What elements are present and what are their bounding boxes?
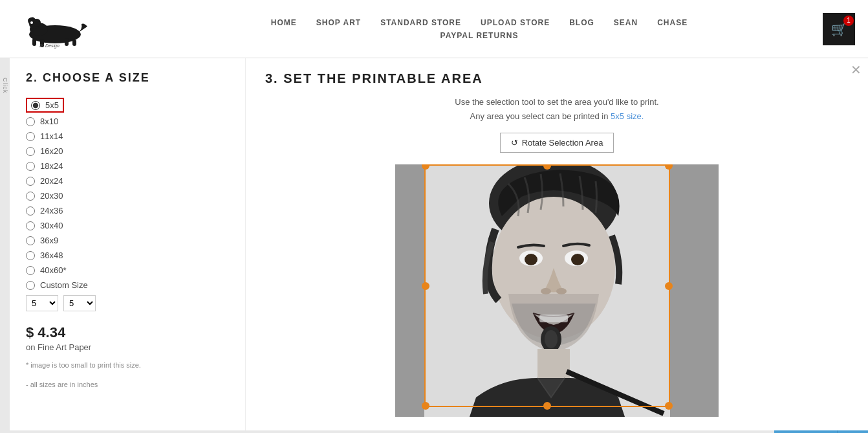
cart-badge: 1 bbox=[843, 16, 854, 26]
size-radio-16x20[interactable] bbox=[26, 147, 35, 156]
size-radio-20x30[interactable] bbox=[26, 192, 35, 201]
cart-button[interactable]: 🛒 1 bbox=[823, 13, 855, 45]
nav-home[interactable]: HOME bbox=[271, 18, 297, 27]
rotate-icon: ↺ bbox=[511, 138, 518, 148]
size-radio-8x10[interactable] bbox=[26, 117, 35, 126]
rotate-selection-button[interactable]: ↺ Rotate Selection Area bbox=[500, 133, 614, 153]
nav-blog[interactable]: BLOG bbox=[569, 18, 594, 27]
nav-row-1: HOME SHOP ART STANDARD STORE UPLOAD STOR… bbox=[271, 18, 688, 27]
price-section: $ 4.34 on Fine Art Paper * image is too … bbox=[26, 324, 232, 390]
logo[interactable]: JK Design bbox=[13, 10, 97, 49]
right-panel: 3. SET THE PRINTABLE AREA Use the select… bbox=[246, 58, 868, 430]
instruction-line1: Use the selection tool to set the area y… bbox=[455, 97, 658, 107]
size-label-20x30: 20x30 bbox=[40, 191, 63, 201]
printable-area-title: 3. SET THE PRINTABLE AREA bbox=[265, 71, 483, 86]
size-label-20x24: 20x24 bbox=[40, 176, 63, 186]
size-option-18x24[interactable]: 18x24 bbox=[26, 160, 232, 172]
size-radio-36x9[interactable] bbox=[26, 236, 35, 245]
main-nav: HOME SHOP ART STANDARD STORE UPLOAD STOR… bbox=[97, 18, 823, 40]
size-label-24x36: 24x36 bbox=[40, 206, 63, 216]
main-content: ✕ Click 2. CHOOSE A SIZE 5x5 8x10 11x14 … bbox=[0, 58, 868, 430]
size-radio-custom[interactable] bbox=[26, 281, 35, 290]
save-button[interactable]: Save bbox=[774, 430, 837, 433]
size-radio-5x5[interactable] bbox=[31, 101, 40, 110]
instruction-size: 5x5 size. bbox=[611, 111, 644, 121]
size-label-18x24: 18x24 bbox=[40, 161, 63, 171]
size-options: 5x5 8x10 11x14 16x20 18x24 20x24 bbox=[26, 98, 232, 291]
price-sub: on Fine Art Paper bbox=[26, 342, 232, 352]
size-option-30x40[interactable]: 30x40 bbox=[26, 219, 232, 232]
svg-rect-26 bbox=[424, 164, 670, 417]
size-radio-20x24[interactable] bbox=[26, 177, 35, 186]
favorite-button[interactable]: ♥ bbox=[837, 430, 868, 433]
rotate-btn-label: Rotate Selection Area bbox=[522, 138, 603, 148]
size-label-36x48: 36x48 bbox=[40, 250, 63, 260]
size-radio-11x14[interactable] bbox=[26, 132, 35, 141]
size-option-16x20[interactable]: 16x20 bbox=[26, 145, 232, 157]
nav-row-2: PAYPAL RETURNS bbox=[440, 31, 519, 40]
choose-size-title: 2. CHOOSE A SIZE bbox=[26, 71, 232, 85]
gray-right bbox=[670, 164, 719, 417]
gray-left bbox=[395, 164, 424, 417]
nav-paypal-returns[interactable]: PAYPAL RETURNS bbox=[440, 31, 519, 40]
size-option-36x48[interactable]: 36x48 bbox=[26, 249, 232, 261]
svg-point-8 bbox=[33, 19, 41, 27]
custom-width-select[interactable]: 5 6 8 10 12 bbox=[26, 295, 58, 311]
svg-rect-5 bbox=[65, 38, 69, 46]
size-label-36x9: 36x9 bbox=[40, 236, 58, 245]
size-note-2: - all sizes are in inches bbox=[26, 379, 232, 391]
header: JK Design HOME SHOP ART STANDARD STORE U… bbox=[0, 0, 868, 58]
size-option-11x14[interactable]: 11x14 bbox=[26, 130, 232, 142]
size-radio-24x36[interactable] bbox=[26, 206, 35, 216]
step-click-label: Click bbox=[2, 78, 8, 94]
size-option-36x9[interactable]: 36x9 bbox=[26, 234, 232, 247]
svg-text:JK Design: JK Design bbox=[38, 43, 60, 49]
instruction-line2: Any area you select can be printed in bbox=[470, 111, 609, 121]
size-option-5x5[interactable]: 5x5 bbox=[26, 98, 64, 113]
left-panel: Click 2. CHOOSE A SIZE 5x5 8x10 11x14 16… bbox=[0, 58, 246, 430]
nav-shop-art[interactable]: SHOP ART bbox=[316, 18, 361, 27]
svg-point-7 bbox=[30, 21, 33, 24]
step-indicator: Click bbox=[0, 58, 10, 430]
bottom-bar: Save ♥ bbox=[0, 430, 868, 433]
photo-svg bbox=[424, 164, 670, 417]
size-label-40x60: 40x60* bbox=[40, 265, 66, 275]
size-radio-40x60[interactable] bbox=[26, 266, 35, 275]
size-option-20x30[interactable]: 20x30 bbox=[26, 190, 232, 202]
svg-rect-6 bbox=[72, 39, 76, 46]
instruction-text: Use the selection tool to set the area y… bbox=[455, 95, 658, 124]
size-option-40x60[interactable]: 40x60* bbox=[26, 264, 232, 276]
nav-upload-store[interactable]: UPLOAD STORE bbox=[481, 18, 550, 27]
size-note-1: * image is too small to print this size. bbox=[26, 360, 232, 372]
size-label-5x5: 5x5 bbox=[45, 100, 59, 110]
size-label-16x20: 16x20 bbox=[40, 146, 63, 156]
price-value: $ 4.34 bbox=[26, 324, 232, 341]
photo-area bbox=[424, 164, 670, 417]
size-option-20x24[interactable]: 20x24 bbox=[26, 175, 232, 187]
custom-height-select[interactable]: 5 6 8 10 12 bbox=[63, 295, 96, 311]
size-option-8x10[interactable]: 8x10 bbox=[26, 115, 232, 128]
close-button[interactable]: ✕ bbox=[851, 62, 862, 78]
size-radio-30x40[interactable] bbox=[26, 221, 35, 230]
size-label-11x14: 11x14 bbox=[40, 131, 63, 141]
print-area-container[interactable] bbox=[395, 164, 719, 417]
custom-size-row: 5 6 8 10 12 5 6 8 10 12 bbox=[26, 295, 232, 311]
size-radio-36x48[interactable] bbox=[26, 251, 35, 260]
size-label-custom: Custom Size bbox=[40, 280, 88, 290]
nav-chase[interactable]: CHASE bbox=[657, 18, 688, 27]
svg-rect-3 bbox=[32, 38, 36, 46]
size-radio-18x24[interactable] bbox=[26, 162, 35, 171]
size-option-24x36[interactable]: 24x36 bbox=[26, 205, 232, 217]
size-option-custom[interactable]: Custom Size bbox=[26, 279, 232, 291]
nav-sean[interactable]: SEAN bbox=[614, 18, 638, 27]
nav-standard-store[interactable]: STANDARD STORE bbox=[380, 18, 461, 27]
size-label-8x10: 8x10 bbox=[40, 117, 58, 126]
size-label-30x40: 30x40 bbox=[40, 221, 63, 230]
